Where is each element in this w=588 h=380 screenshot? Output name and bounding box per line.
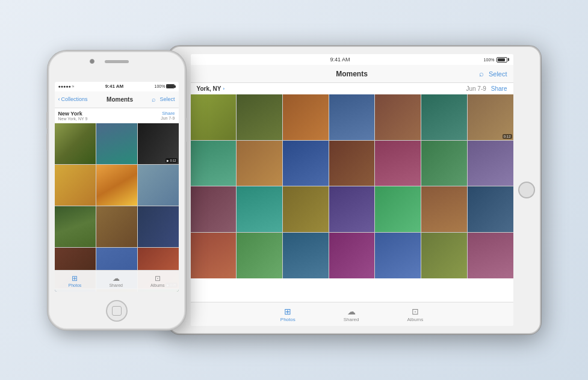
photo-cell[interactable] [55, 165, 96, 206]
tab-albums[interactable]: ⊡ Albums [150, 274, 164, 287]
ipad-moment-location[interactable]: York, NY › [197, 85, 225, 92]
photo-cell[interactable] [55, 123, 96, 164]
iphone-device: ●●●●● ≈ 9:41 AM 100% ‹ Collections Momen… [48, 51, 186, 330]
ipad-moment-header: York, NY › Jun 7-9 Share [191, 83, 513, 94]
photo-cell[interactable]: ▶ 0:12 [138, 123, 179, 164]
ipad-tab-photos[interactable]: ⊞ Photos [280, 307, 296, 322]
ipad-status-right: 100% [484, 57, 507, 63]
ipad-photo-cell[interactable] [468, 233, 513, 278]
ipad-photo-cell[interactable] [375, 94, 421, 140]
ipad-photo-cell[interactable] [237, 186, 282, 232]
ipad-photo-cell[interactable] [191, 94, 237, 140]
ipad-photo-cell[interactable]: 0:12 [468, 94, 513, 140]
ipad-photo-cell[interactable] [375, 233, 421, 278]
ipad-photo-cell[interactable] [283, 141, 329, 186]
battery-icon [166, 84, 175, 88]
shared-icon: ☁ [113, 274, 120, 283]
iphone-power-btn [185, 118, 187, 142]
ipad-photo-cell[interactable] [375, 186, 421, 232]
ipad-photo-cell[interactable] [375, 141, 421, 186]
iphone-vol-up-btn [46, 112, 48, 129]
ipad-navbar: Moments ⌕ Select [191, 65, 513, 83]
chevron-left-icon: ‹ [58, 96, 60, 102]
signal-icon: ●●●●● ≈ [58, 84, 75, 88]
battery-pct: 100% [155, 84, 166, 88]
iphone-moment-header: New York New York, NY 9 Share Jun 7-9 [55, 108, 179, 123]
ipad-albums-label: Albums [407, 317, 424, 322]
photos-label: Photos [69, 283, 82, 287]
ipad-tabbar: ⊞ Photos ☁ Shared ⊡ Albums [191, 302, 513, 326]
photos-icon: ⊞ [72, 274, 78, 283]
iphone-nav-title: Moments [107, 96, 133, 103]
iphone-screen: ●●●●● ≈ 9:41 AM 100% ‹ Collections Momen… [55, 82, 179, 292]
photo-cell[interactable] [138, 165, 179, 206]
photo-cell[interactable] [96, 165, 137, 206]
ipad-photo-cell[interactable] [421, 233, 467, 278]
moment-share: Share Jun 7-9 [161, 111, 175, 120]
iphone-camera [90, 59, 94, 64]
iphone-photo-grid: ▶ 0:12▶ 0:25▶ 0:12 [55, 123, 179, 292]
search-button[interactable]: ⌕ [152, 96, 156, 103]
ipad-photo-grid: 0:12 [191, 94, 513, 278]
ipad-albums-icon: ⊡ [412, 307, 419, 316]
ipad-photo-cell[interactable] [421, 94, 467, 140]
ipad-photo-cell[interactable] [329, 186, 375, 232]
ipad-photos-icon: ⊞ [284, 307, 291, 316]
iphone-speaker [105, 60, 129, 63]
ipad-screen: 9:41 AM 100% Moments ⌕ Select York, NY › [191, 54, 513, 326]
albums-label: Albums [150, 283, 164, 287]
ipad-share-button[interactable]: Share [491, 85, 507, 92]
back-label: Collections [61, 96, 88, 102]
photo-cell[interactable] [138, 206, 179, 247]
ipad-nav-title: Moments [336, 70, 368, 78]
ipad-photo-cell[interactable] [237, 94, 282, 140]
iphone-tabbar: ⊞ Photos ☁ Shared ⊡ Albums [55, 270, 179, 292]
chevron-right-icon: › [223, 86, 224, 91]
ipad-device: 9:41 AM 100% Moments ⌕ Select York, NY › [168, 46, 541, 334]
share-button[interactable]: Share [161, 111, 175, 116]
ipad-photo-cell[interactable] [468, 186, 513, 232]
ipad-photo-cell[interactable] [283, 233, 329, 278]
ipad-search-button[interactable]: ⌕ [479, 69, 484, 78]
photo-cell[interactable] [55, 206, 96, 247]
photo-cell[interactable] [96, 206, 137, 247]
shared-label: Shared [109, 283, 123, 287]
ipad-tab-shared[interactable]: ☁ Shared [344, 307, 359, 322]
tab-shared[interactable]: ☁ Shared [109, 274, 123, 287]
ipad-photo-cell[interactable] [329, 233, 375, 278]
ipad-photo-cell[interactable] [421, 186, 467, 232]
ipad-moment-date: Jun 7-9 [466, 85, 486, 92]
battery-fill [498, 58, 506, 61]
ipad-photo-cell[interactable] [329, 141, 375, 186]
ipad-photo-cell[interactable] [283, 94, 329, 140]
photo-cell[interactable] [96, 123, 137, 164]
ipad-photos-label: Photos [280, 317, 296, 322]
ipad-photo-cell[interactable] [283, 186, 329, 232]
tab-photos[interactable]: ⊞ Photos [69, 274, 82, 287]
ipad-select-button[interactable]: Select [489, 70, 507, 78]
iphone-home-btn[interactable] [106, 300, 128, 322]
video-duration-badge: ▶ 0:12 [166, 158, 177, 163]
ipad-photo-cell[interactable] [237, 233, 282, 278]
ipad-home-btn[interactable] [518, 182, 535, 198]
ipad-battery-icon [497, 57, 507, 63]
iphone-nav-actions: ⌕ Select [152, 96, 175, 103]
ipad-photo-cell[interactable] [237, 141, 282, 186]
moment-info: New York New York, NY 9 [58, 111, 88, 121]
select-button[interactable]: Select [159, 96, 175, 102]
moment-sublocation: New York, NY 9 [58, 117, 88, 121]
moment-city[interactable]: New York [58, 111, 88, 117]
albums-icon: ⊡ [155, 274, 161, 283]
ipad-photo-cell[interactable] [329, 94, 375, 140]
back-button[interactable]: ‹ Collections [58, 96, 88, 102]
ipad-photo-cell[interactable] [191, 233, 237, 278]
ipad-photo-cell[interactable] [421, 141, 467, 186]
ipad-video-badge: 0:12 [503, 134, 512, 139]
ipad-tab-albums[interactable]: ⊡ Albums [407, 307, 424, 322]
battery-status: 100% [155, 84, 175, 88]
ipad-photo-cell[interactable] [191, 141, 237, 186]
ipad-shared-label: Shared [344, 317, 359, 322]
ipad-photo-cell[interactable] [468, 141, 513, 186]
ipad-photo-cell[interactable] [191, 186, 237, 232]
ipad-statusbar: 9:41 AM 100% [191, 54, 513, 65]
